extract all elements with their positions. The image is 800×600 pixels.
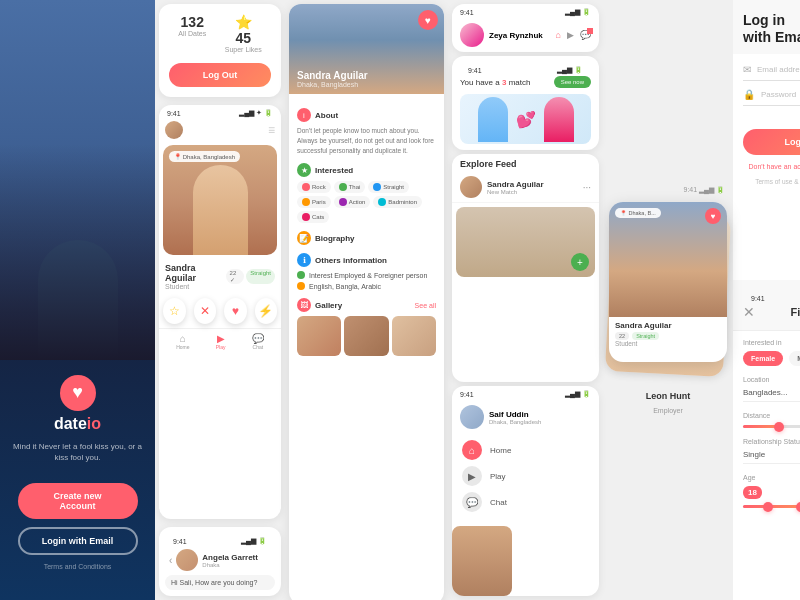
nav-chat-item[interactable]: 💬 Chat bbox=[462, 492, 589, 512]
male-button[interactable]: Male bbox=[789, 351, 800, 366]
age-badge: 22 ✓ bbox=[226, 269, 245, 284]
orientation-badge: Straight bbox=[246, 269, 275, 284]
see-now-button[interactable]: See now bbox=[554, 76, 591, 88]
interested-label: Interested bbox=[315, 166, 353, 175]
lock-icon: 🔒 bbox=[743, 89, 755, 100]
create-account-button[interactable]: Create new Account bbox=[18, 483, 138, 519]
swipe-photo: 📍 Dhaka, B... ♥ bbox=[609, 202, 727, 317]
explore-user-name: Sandra Aguilar bbox=[487, 180, 544, 189]
age-slider[interactable] bbox=[743, 505, 800, 508]
terms-link[interactable]: Terms and Conditions bbox=[44, 563, 112, 570]
biography-section-title: 📝 Biography bbox=[297, 231, 436, 245]
likes-label: Super Likes bbox=[225, 46, 262, 53]
relationship-value[interactable]: Single bbox=[743, 450, 800, 464]
like-button[interactable]: ♥ bbox=[224, 298, 247, 324]
tag-paris: Paris bbox=[297, 196, 331, 208]
password-field[interactable]: 🔒 Password bbox=[743, 89, 800, 106]
explore-user-sub: New Match bbox=[487, 189, 544, 195]
play-card: 9:41 ▂▄▆ ✦ 🔋 ≡ 📍 Dhaka, Bangladesh Sandr… bbox=[159, 105, 281, 519]
swipe-main-card[interactable]: 📍 Dhaka, B... ♥ Sandra Aguilar 22 Straig… bbox=[609, 202, 727, 362]
match-text: You have a 3 match bbox=[460, 78, 530, 87]
saif-location: Dhaka, Bangladesh bbox=[489, 419, 541, 425]
filter-header: 9:41 ▂▄▆ 🔋 ✕ Filter bbox=[733, 280, 800, 331]
zeya-avatar bbox=[460, 23, 484, 47]
more-options-button[interactable]: ··· bbox=[583, 182, 591, 193]
interested-section-title: ★ Interested bbox=[297, 163, 436, 177]
location-value[interactable]: Banglades... bbox=[743, 388, 800, 402]
play-nav-icon-top[interactable]: ▶ bbox=[567, 30, 574, 40]
chat-message: Hi Sali, How are you doing? bbox=[165, 575, 275, 590]
info-item-2: English, Bangla, Arabic bbox=[297, 282, 436, 290]
profile-card: 📍 Dhaka, Bangladesh bbox=[163, 145, 277, 255]
login-email-button[interactable]: Login with Email bbox=[18, 527, 138, 555]
leon-role: Employer bbox=[653, 407, 683, 414]
nav-play[interactable]: ▶ Play bbox=[216, 333, 226, 350]
profile-name-bar: Sandra Aguilar Student 22 ✓ Straight bbox=[159, 259, 281, 294]
home-icon-nav: ⌂ bbox=[462, 440, 482, 460]
swipe-panel: 9:41 ▂▄▆ 🔋 📍 Dhaka, B... ♥ Sandra Aguila… bbox=[603, 0, 733, 600]
age-thumb-from[interactable] bbox=[763, 502, 773, 512]
landing-screen: dateio Mind it Never let a fool kiss you… bbox=[0, 0, 155, 600]
distance-label: Distance 7 bbox=[743, 412, 800, 419]
hero-location: Dhaka, Bangladesh bbox=[297, 81, 368, 88]
home-nav-icon-top[interactable]: ⌂ bbox=[556, 30, 561, 40]
biography-label: Biography bbox=[315, 234, 355, 243]
email-field[interactable]: ✉ Email address bbox=[743, 64, 800, 81]
about-icon: i bbox=[297, 108, 311, 122]
star-button[interactable]: ☆ bbox=[163, 298, 186, 324]
saif-name: Saif Uddin bbox=[489, 410, 541, 419]
about-text: Don't let people know too much about you… bbox=[297, 126, 436, 155]
gallery-thumb-3 bbox=[392, 316, 436, 356]
see-all-link[interactable]: See all bbox=[415, 302, 436, 309]
person-silhouette-play bbox=[193, 165, 248, 255]
interested-label: Interested in bbox=[743, 339, 800, 346]
detail-scroll[interactable]: i About Don't let people know too much a… bbox=[289, 94, 444, 600]
login-button[interactable]: Log In bbox=[743, 129, 800, 155]
location-text: Dhaka, Bangladesh bbox=[183, 154, 235, 160]
email-icon: ✉ bbox=[743, 64, 751, 75]
distance-slider[interactable] bbox=[743, 425, 800, 428]
login-title: Log inwith Email bbox=[743, 12, 800, 46]
info-text-1: Interest Employed & Foreigner person bbox=[309, 272, 427, 279]
zeya-name: Zeya Rynzhuk bbox=[489, 31, 543, 40]
favorite-button[interactable]: ♥ bbox=[418, 10, 438, 30]
match-notification-card: 9:41 ▂▄▆ 🔋 You have a 3 match See now 💕 bbox=[452, 56, 599, 150]
tag-rock: Rock bbox=[297, 181, 331, 193]
nav-play-item[interactable]: ▶ Play bbox=[462, 466, 589, 486]
nav-home-item[interactable]: ⌂ Home bbox=[462, 440, 589, 460]
back-button[interactable]: ‹ bbox=[169, 555, 172, 566]
zeya-header: Zeya Rynzhuk ⌂ ▶ 💬 bbox=[452, 18, 599, 52]
profile-detail-panel: Sandra Aguilar Dhaka, Bangladesh ♥ i Abo… bbox=[289, 4, 444, 600]
menu-icon[interactable]: ≡ bbox=[268, 123, 275, 137]
location-filter-label: Location bbox=[743, 376, 800, 383]
swipe-age-badge: 22 bbox=[615, 332, 629, 340]
boost-button[interactable]: ⚡ bbox=[255, 298, 278, 324]
filter-close-button[interactable]: ✕ bbox=[743, 304, 755, 320]
filter-title: Filter bbox=[791, 306, 800, 318]
signup-link: Don't have an account? Sign up bbox=[743, 163, 800, 170]
logout-button[interactable]: Log Out bbox=[169, 63, 271, 87]
right-panel: Log inwith Email ✉ Email address 🔒 Passw… bbox=[733, 0, 800, 600]
gallery-row bbox=[297, 316, 436, 356]
explore-action-button[interactable]: + bbox=[571, 253, 589, 271]
profile-name: Sandra Aguilar bbox=[165, 263, 226, 283]
female-button[interactable]: Female bbox=[743, 351, 783, 366]
nav-home[interactable]: ⌂ Home bbox=[176, 333, 189, 350]
zeya-card: 9:41 ▂▄▆ 🔋 Zeya Rynzhuk ⌂ ▶ 💬 bbox=[452, 4, 599, 52]
swipe-heart-button[interactable]: ♥ bbox=[705, 208, 721, 224]
gender-row: Female Male bbox=[743, 351, 800, 366]
logo-heart-icon bbox=[60, 375, 96, 411]
privacy-link[interactable]: Terms of use & Privacy Policy bbox=[743, 178, 800, 185]
chat-nav-icon-top[interactable]: 💬 bbox=[580, 30, 591, 40]
distance-thumb[interactable] bbox=[774, 422, 784, 432]
phone-bar-3: 9:41 ▂▄▆ 🔋 bbox=[452, 4, 599, 18]
about-label: About bbox=[315, 111, 338, 120]
user-avatar bbox=[165, 121, 183, 139]
nav-chat[interactable]: 💬 Chat bbox=[252, 333, 264, 350]
info-item-1: Interest Employed & Foreigner person bbox=[297, 271, 436, 279]
dislike-button[interactable]: ✕ bbox=[194, 298, 217, 324]
explore-feed-card: Explore Feed Sandra Aguilar New Match ··… bbox=[452, 154, 599, 382]
chat-icon-nav: 💬 bbox=[462, 492, 482, 512]
forgot-password-link[interactable]: Forget pas... bbox=[743, 114, 800, 121]
age-thumb-to[interactable] bbox=[796, 502, 800, 512]
